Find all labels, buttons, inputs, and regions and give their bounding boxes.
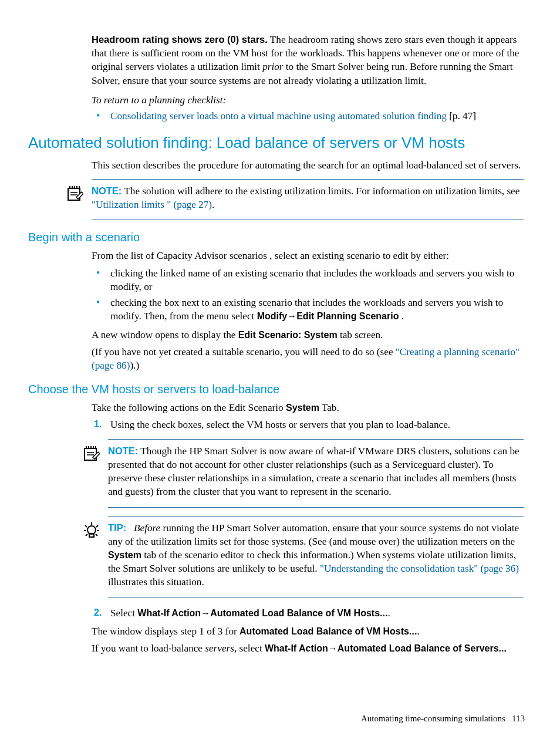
- note1-text: NOTE: The solution will adhere to the ex…: [92, 184, 524, 211]
- servers-italic: servers: [205, 643, 234, 654]
- ifnot-paragraph: (If you have not yet created a suitable …: [92, 345, 524, 372]
- step-list-2: 2. Select What-If Action→Automated Load …: [92, 606, 524, 620]
- note-icon: [66, 184, 83, 202]
- choose-intro-c: Tab.: [319, 402, 339, 413]
- step-1-text: Using the check boxes, select the VM hos…: [110, 419, 450, 430]
- servers-a: If you want to load-balance: [92, 643, 205, 654]
- edit-scenario-system: Edit Scenario: System: [238, 330, 338, 340]
- footer-text: Automating time-consuming simulations: [361, 714, 505, 723]
- return-bullets: Consolidating server loads onto a virtua…: [92, 109, 524, 123]
- headroom-runin-title: Headroom rating shows zero (0) stars.: [92, 34, 268, 45]
- step-2: 2. Select What-If Action→Automated Load …: [108, 606, 524, 620]
- page: Headroom rating shows zero (0) stars. Th…: [0, 0, 560, 746]
- begin-bullet-1: clicking the linked name of an existing …: [108, 266, 524, 293]
- heading-choose-vm-hosts: Choose the VM hosts or servers to load-b…: [28, 383, 525, 396]
- tip-text-a: running the HP Smart Solver automation, …: [108, 522, 519, 547]
- new-window-c: tab screen.: [338, 329, 383, 340]
- auto-intro-text: This section describes the procedure for…: [92, 158, 524, 172]
- note-icon: [82, 444, 100, 462]
- tip-label: TIP:: [108, 522, 126, 533]
- page-footer: Automating time-consuming simulations 11…: [361, 714, 525, 724]
- loadbalance-servers: If you want to load-balance servers, sel…: [92, 642, 524, 655]
- begin-intro: From the list of Capacity Advisor scenar…: [92, 249, 524, 262]
- window-displays-c: .: [417, 626, 419, 637]
- begin-bullet-2: checking the box next to an existing sce…: [108, 296, 524, 323]
- menu-whatif-servers: What-If Action→Automated Load Balance of…: [265, 643, 507, 653]
- svg-rect-3: [89, 534, 94, 537]
- note1-body-b: .: [212, 199, 214, 210]
- step-list-1: 1. Using the check boxes, select the VM …: [92, 418, 524, 431]
- note-utilization-limits: NOTE: The solution will adhere to the ex…: [92, 179, 524, 220]
- return-bullet-item: Consolidating server loads onto a virtua…: [108, 109, 524, 123]
- headroom-prior: prior: [262, 61, 283, 72]
- begin-block: From the list of Capacity Advisor scenar…: [92, 249, 524, 372]
- link-understanding-consolidation[interactable]: "Understanding the consolidation task" (…: [320, 563, 519, 574]
- step-1-number: 1.: [94, 418, 102, 431]
- step-2-b: .: [387, 607, 390, 619]
- note-drs-clusters: NOTE: Though the HP Smart Solver is now …: [108, 439, 524, 508]
- tip-icon: [82, 521, 101, 542]
- ifnot-a: (If you have not yet created a suitable …: [92, 346, 396, 357]
- step-1: 1. Using the check boxes, select the VM …: [108, 418, 524, 431]
- content-column: Headroom rating shows zero (0) stars. Th…: [92, 33, 524, 123]
- tip-text-wrap: TIP: Before running the HP Smart Solver …: [108, 521, 524, 589]
- choose-intro: Take the following actions on the Edit S…: [92, 401, 524, 414]
- note2-text-wrap: NOTE: Though the HP Smart Solver is now …: [108, 444, 524, 499]
- note1-body-a: The solution will adhere to the existing…: [122, 185, 519, 197]
- ifnot-b: ).): [130, 360, 139, 371]
- menu-modify-edit: Modify→Edit Planning Scenario: [257, 311, 399, 321]
- window-displays-b: Automated Load Balance of VM Hosts...: [239, 626, 417, 636]
- tip-before-running: TIP: Before running the HP Smart Solver …: [108, 516, 524, 598]
- choose-block: Take the following actions on the Edit S…: [92, 401, 524, 655]
- tip-before: Before: [134, 522, 160, 534]
- step-2-a: Select: [110, 607, 137, 619]
- headroom-paragraph: Headroom rating shows zero (0) stars. Th…: [92, 33, 524, 87]
- choose-intro-system: System: [286, 403, 319, 413]
- footer-page-number: 113: [512, 714, 525, 723]
- menu-whatif-vmhosts: What-If Action→Automated Load Balance of…: [137, 608, 387, 618]
- heading-begin-with-scenario: Begin with a scenario: [28, 231, 525, 244]
- tip-system: System: [108, 550, 141, 560]
- new-window-paragraph: A new window opens to display the Edit S…: [92, 328, 524, 342]
- begin-bullets: clicking the linked name of an existing …: [92, 266, 524, 323]
- heading-automated-solution-finding: Automated solution finding: Load balance…: [28, 133, 525, 153]
- link-utilization-limits[interactable]: "Utilization limits " (page 27): [92, 199, 212, 210]
- choose-intro-a: Take the following actions on the Edit S…: [92, 402, 286, 413]
- return-to-checklist: To return to a planning checklist:: [92, 93, 524, 107]
- window-displays-a: The window displays step 1 of 3 for: [92, 626, 239, 637]
- svg-point-2: [87, 526, 96, 534]
- window-displays: The window displays step 1 of 3 for Auto…: [92, 625, 524, 638]
- step-2-number: 2.: [94, 606, 102, 619]
- servers-b: , select: [234, 643, 265, 654]
- note-label: NOTE:: [108, 445, 138, 456]
- tip-text-c: illustrates this situation.: [108, 576, 204, 588]
- note2-text: Though the HP Smart Solver is now aware …: [108, 445, 519, 498]
- note-label: NOTE:: [92, 185, 122, 196]
- auto-intro-block: This section describes the procedure for…: [92, 158, 524, 221]
- new-window-a: A new window opens to display the: [92, 329, 238, 340]
- return-bullet-page: [p. 47]: [447, 110, 476, 121]
- begin-bullet-2b: .: [399, 310, 404, 322]
- link-consolidating[interactable]: Consolidating server loads onto a virtua…: [110, 110, 447, 121]
